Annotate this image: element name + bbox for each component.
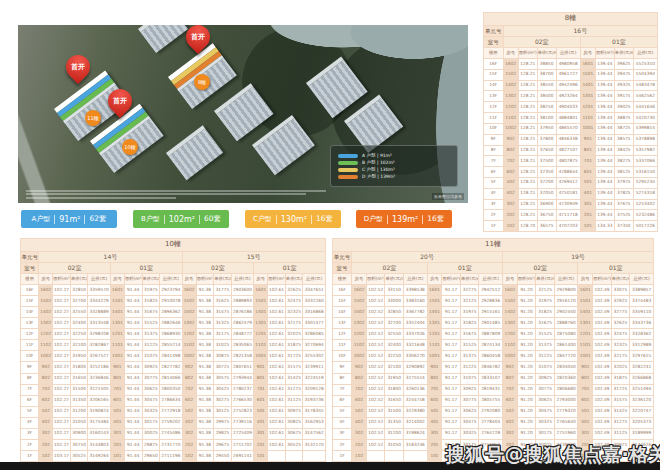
table-cell: 9F [484, 134, 504, 145]
table-cell: 128.21 [518, 210, 537, 221]
table-cell: 501 [427, 406, 442, 417]
table-cell: 401 [580, 188, 595, 199]
table-cell: 3286085 [303, 329, 326, 340]
table-cell: 31225 [142, 340, 160, 351]
table-cell: 31350 [70, 395, 88, 406]
table-cell: 39625 [614, 59, 633, 70]
table-cell: 2888760 [554, 318, 578, 329]
table-cell: 91.17 [442, 395, 460, 406]
table-cell: 31575 [611, 395, 629, 406]
table-cell: 102.52 [367, 351, 385, 362]
table-cell: 总价(元) [554, 274, 578, 285]
table-cell: 1201 [580, 102, 595, 113]
table-cell: 2916120 [554, 296, 578, 307]
table-cell: 2846782 [479, 362, 503, 373]
table-cell: 30625 [536, 395, 554, 406]
table-cell: 30750 [70, 439, 88, 450]
table-cell: 36575 [537, 221, 556, 232]
table-cell: 402 [503, 417, 518, 428]
table-cell: 37050 [537, 188, 556, 199]
table-cell: 2902440 [554, 307, 578, 318]
table-cell: 91.20 [517, 362, 535, 373]
color-swatch [338, 154, 358, 158]
table-cell: 139.44 [595, 102, 614, 113]
table-cell: 701 [578, 384, 593, 395]
table-cell: 31800 [385, 384, 403, 395]
table-cell: 38575 [614, 134, 633, 145]
banner-unit-type-a: A户型 91m² 62套 [21, 210, 117, 228]
table-cell: 4846338 [556, 134, 580, 145]
table-cell: 13F [21, 318, 39, 329]
table-cell: 2860458 [479, 351, 503, 362]
table-cell: 6F [484, 167, 504, 178]
table-cell: 2711196 [160, 450, 182, 461]
table-cell: 901 [254, 362, 268, 373]
table-cell: 4F [333, 417, 352, 428]
table-cell: 91.38 [196, 285, 214, 296]
table-cell: 4750181 [556, 188, 580, 199]
table-cell: 30975 [285, 406, 303, 417]
table-cell: 30775 [460, 395, 478, 406]
table-cell: 128.21 [518, 123, 537, 134]
table-cell: 29650 [142, 450, 160, 461]
aerial-rendering: 首开 首开 首开 11幢 10幢 8幢 A 户型 | 91m² B 户型 | 1… [18, 25, 468, 203]
table-cell: 1402 [39, 307, 53, 318]
table-cell: 32625 [611, 318, 629, 329]
table-cell: 4769412 [556, 177, 580, 188]
table-cell: 15F [484, 69, 504, 80]
table-cell: 31375 [142, 329, 160, 340]
table-cell: 37500 [537, 156, 556, 167]
table-cell: 2780237 [231, 384, 253, 395]
table-cell: 37825 [614, 188, 633, 199]
table-cell: 102.49 [593, 406, 611, 417]
banner-area: 102m² [169, 215, 195, 224]
table-cell: 3190824 [88, 406, 110, 417]
table-cell: 8F [21, 373, 39, 384]
table-cell: 32250 [385, 351, 403, 362]
table-cell: 1501 [580, 69, 595, 80]
table-cell: 31675 [460, 329, 478, 340]
table-cell: 2779320 [554, 406, 578, 417]
table-cell: 102.27 [53, 384, 71, 395]
table-cell: 5337066 [633, 156, 657, 167]
table-cell: 7F [484, 156, 504, 167]
table-cell: 总价(元) [630, 274, 654, 285]
table-cell: 31825 [460, 318, 478, 329]
table-cell: 4942496 [556, 80, 580, 91]
table-cell: 2910078 [160, 296, 182, 307]
render-note: 效果图仅供参考 [432, 193, 464, 200]
table-cell: 1602 [352, 285, 367, 296]
table-cell: 3343736 [630, 318, 654, 329]
price-table-building-8: 8幢单元号16号室号02室01室楼层房号面积(m²)单价(元/m²)总价(元)房… [483, 12, 658, 232]
table-cell: 面积(m²) [53, 274, 71, 285]
table-cell: 30325 [536, 417, 554, 428]
table-cell: 102.61 [268, 406, 286, 417]
table-cell: 3206165 [88, 395, 110, 406]
table-cell: 102.49 [593, 395, 611, 406]
table-cell: 2691141 [231, 450, 253, 461]
table-cell: 1502 [182, 296, 196, 307]
table-cell: 30625 [460, 406, 478, 417]
table-cell: 3236846 [88, 373, 110, 384]
price-table: 8幢单元号16号室号02室01室楼层房号面积(m²)单价(元/m²)总价(元)房… [483, 12, 658, 232]
table-cell: 11F [333, 340, 352, 351]
table-cell: 1101 [254, 340, 268, 351]
table-cell: 02室 [503, 263, 578, 274]
divider [164, 215, 165, 224]
table-cell: 32125 [460, 296, 478, 307]
table-cell: 91.17 [442, 329, 460, 340]
table-cell: 1F [484, 221, 504, 232]
table-cell: 1402 [503, 80, 518, 91]
table-cell: 14F [333, 307, 352, 318]
table-cell: 2847720 [554, 351, 578, 362]
table-cell: 1202 [352, 329, 367, 340]
table-cell: 4807875 [556, 156, 580, 167]
table-cell: 91.20 [517, 417, 535, 428]
legend-label: B 户型 | 102m² [362, 160, 395, 165]
table-cell: 2889893 [231, 296, 253, 307]
table-cell: 30875 [214, 351, 232, 362]
table-cell: 3244758 [403, 395, 427, 406]
table-cell: 1102 [182, 340, 196, 351]
table-cell: 30925 [460, 384, 478, 395]
table-cell: 11F [484, 113, 504, 124]
